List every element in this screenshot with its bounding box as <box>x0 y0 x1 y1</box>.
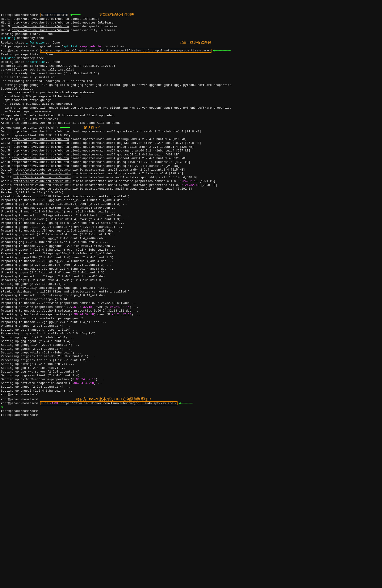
output-line: bionic InRelease <box>69 17 99 21</box>
output-line: bionic-updates/main amd64 gpgsm amd64 2.… <box>71 168 185 171</box>
output-line: Get:8 <box>1 160 12 164</box>
output-line: --upgradable <box>80 45 101 48</box>
output-line: bionic-updates/main amd64 python3-softwa… <box>71 183 180 187</box>
output-line: bionic-updates/main amd64 gpg-wks-client… <box>69 130 201 133</box>
output-line: 96.24.32.18 <box>178 179 197 183</box>
output-line: curl is already the newest version (7.58… <box>1 72 101 75</box>
output-line: apt list <box>64 45 80 48</box>
output-line: bionic-updates/main amd64 gpg-agent amd6… <box>69 149 190 152</box>
output-line: Get:15 <box>1 187 14 190</box>
repo-url: http://archive.ubuntu.com/ubuntu <box>14 168 71 171</box>
repo-url: http://archive.ubuntu.com/ubuntu <box>14 176 71 179</box>
output-line: Get:4 <box>1 145 12 149</box>
output-line: Get:2 <box>1 138 12 141</box>
output-line: Get:5 <box>1 149 12 152</box>
arrow-icon: ◀━━━━━━━━━━━━━ <box>212 49 230 52</box>
repo-url: http://archive.ubuntu.com/ubuntu <box>12 141 69 145</box>
output-line: ca-certificates is already the newest ve… <box>1 64 117 68</box>
output-line: bionic-updates/main amd64 gpgv amd64 2.2… <box>71 172 183 175</box>
repo-url: http://archive.ubuntu.com/ubuntu <box>14 187 71 190</box>
output-line: ... Done <box>46 41 60 44</box>
confirm-prompt: Do you want to continue? [Y/n] Y <box>1 126 58 130</box>
output-line: Get:12 <box>1 176 14 179</box>
output-line: [23.8 kB] <box>199 183 217 187</box>
output-line: The following packages will be upgraded: <box>1 102 72 106</box>
prompt: root@patac:/home/scm# <box>1 402 40 405</box>
output-line: Hit:1 <box>1 17 12 21</box>
output-line: ... Done <box>46 60 60 64</box>
output-line: 96.24.32.18 <box>74 313 94 316</box>
output-line: ) ... <box>94 381 103 385</box>
prompt: root@patac:/home/scm# <box>1 409 38 413</box>
output-line: ) over (0. <box>92 305 110 309</box>
prompt: root@patac:/home/scm# <box>1 398 38 401</box>
annotation-3: 确认输入Y <box>84 126 100 129</box>
arrow-icon: ◀━━━━━━━ <box>68 13 80 17</box>
output-line: 96.24.32.18 <box>180 183 199 187</box>
output-line: Reading package lists... Done <box>1 53 53 56</box>
output-line: 96.24.32.14 <box>112 313 131 316</box>
repo-url: http://archive.ubuntu.com/ubuntu <box>12 138 69 141</box>
output-line: bionic-backports InRelease <box>69 25 117 28</box>
output-line: bionic-updates/main amd64 gpg-wks-server… <box>69 141 201 145</box>
output-line: 96.24.32.14 <box>110 305 129 309</box>
output-line: bionic-updates/main amd64 gnupg-utils am… <box>69 145 194 149</box>
output-line: ) ... <box>96 378 105 381</box>
repo-url: http://archive.ubuntu.com/ubuntu <box>12 149 69 152</box>
output-line: bionic-updates/main amd64 dirmngr amd64 … <box>69 138 187 141</box>
output-line: Hit:3 <box>1 25 12 28</box>
repo-url: http://archive.ubuntu.com/ubuntu <box>12 130 69 133</box>
cmd-curl-gpg: curl -fsSL https://download.docker.com/l… <box>40 401 177 405</box>
output-line: dependency tree <box>15 36 44 40</box>
output-line: Setting up gnupg2 (2.2.4-1ubuntu1.4) ... <box>1 389 72 393</box>
output-line: curl set to manually installed. <box>1 76 56 79</box>
output-line: Building <box>1 57 15 60</box>
output-line: Unpacking software-properties-common (0. <box>1 305 72 309</box>
repo-url: http://archive.ubuntu.com/ubuntu <box>12 160 69 164</box>
output-line <box>10 130 12 133</box>
output-line: bionic-updates InRelease <box>69 21 113 24</box>
cmd-apt-update: sudo apt update <box>40 13 68 17</box>
output-line: After this operation, 206 kB of addition… <box>1 121 121 125</box>
arrow-icon: ◀━━━━━━━━━━ <box>177 401 193 405</box>
output-line: bionic-updates/main amd64 software-prope… <box>71 179 178 183</box>
output-line: dirmngr gnupg gnupg-l10n gnupg-utils gpg… <box>1 106 232 110</box>
output-line: 101 packages can be upgraded. Run ' <box>1 45 64 48</box>
repo-url: http://archive.ubuntu.com/ubuntu <box>12 164 69 168</box>
output-line: software-properties-common <box>1 110 51 113</box>
annotation-4: 将官方 Docker 版本库的 GPG 密钥添加到系统中 <box>76 397 151 401</box>
output-line: The following NEW packages will be insta… <box>1 95 82 98</box>
output-line: pinentry-gnome3 tor parcimonie xloadimag… <box>1 91 94 94</box>
output-line: bionic-updates/universe amd64 gnupg2 all… <box>71 187 192 190</box>
terminal-output[interactable]: root@patac:/home/scm# sudo apt update ◀━… <box>1 12 381 417</box>
ok-line: OK <box>1 406 4 409</box>
repo-url: http://archive.ubuntu.com/ubuntu <box>12 21 69 24</box>
repo-url: http://archive.ubuntu.com/ubuntu <box>12 153 69 156</box>
output-line: Setting up gnupg (2.2.4-1ubuntu1.4) ... <box>1 385 71 389</box>
output-line: dirmngr gnupg gnupg-l10n gnupg-utils gpg… <box>1 83 232 87</box>
repo-url: http://archive.ubuntu.com/ubuntu <box>12 145 69 149</box>
output-line: bionic-updates/main amd64 gnupg all 2.2.… <box>69 164 180 168</box>
output-line: Get:11 <box>1 172 14 175</box>
repo-url: http://archive.ubuntu.com/ubuntu <box>12 17 69 21</box>
output-line: Get:6 <box>1 153 12 156</box>
output-line: 96.24.32.18 <box>76 378 96 381</box>
output-line: bionic-updates/main amd64 gpg amd64 2.2.… <box>69 153 180 156</box>
prompt: root@patac:/home/scm# <box>1 49 40 52</box>
output-line: Get:13 <box>1 179 14 183</box>
arrow-icon: ◀━━━━━━━ <box>58 126 70 129</box>
repo-url: http://archive.ubuntu.com/ubuntu <box>12 29 69 32</box>
output-line: Preparing to unpack .../python3-software… <box>1 309 138 313</box>
output-line: ca-certificates set to manually installe… <box>1 68 76 71</box>
cmd-apt-install: sudo apt-get install apt-transport-https… <box>40 49 212 53</box>
output-line: bionic-security InRelease <box>69 29 115 32</box>
progress-line: 0% [1 gpg-wks-client 790 B/91.8 kB 1%]▮ <box>1 134 71 137</box>
output-line: ) ... <box>129 305 138 309</box>
output-line: Reading state <box>1 41 26 44</box>
output-line: Unpacking python3-software-properties (0… <box>1 313 74 316</box>
output-line: 96.24.32.18 <box>72 305 92 309</box>
prompt: root@patac:/home/scm# <box>1 413 38 417</box>
repo-url: http://archive.ubuntu.com/ubuntu <box>14 183 71 187</box>
output-line: 96.24.32.18 <box>74 381 94 385</box>
output-line: Setting up software-properties-common (0… <box>1 381 74 385</box>
